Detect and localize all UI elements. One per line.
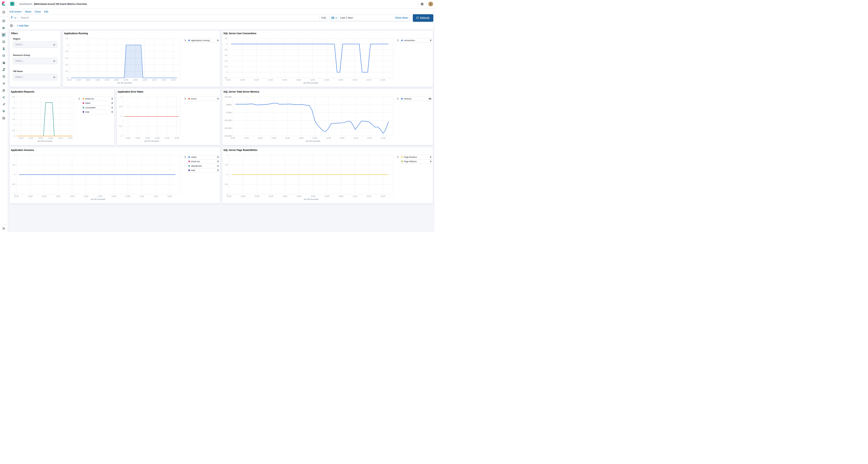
- svg-text:14:20: 14:20: [380, 195, 385, 197]
- svg-text:13:25: 13:25: [227, 195, 231, 197]
- svg-text:13:40: 13:40: [269, 195, 273, 197]
- svg-text:per 60 seconds: per 60 seconds: [304, 198, 318, 200]
- svg-text:-1: -1: [226, 193, 228, 195]
- svg-text:14:15: 14:15: [367, 195, 371, 197]
- svg-text:14:10: 14:10: [352, 195, 357, 197]
- svg-text:13:50: 13:50: [297, 195, 301, 197]
- svg-text:14:00: 14:00: [324, 195, 329, 197]
- svg-text:1: 1: [227, 154, 228, 156]
- svg-text:13:45: 13:45: [283, 195, 287, 197]
- svg-text:0.5: 0.5: [225, 164, 228, 166]
- svg-text:13:35: 13:35: [255, 195, 259, 197]
- svg-text:13:30: 13:30: [241, 195, 245, 197]
- svg-text:14:05: 14:05: [339, 195, 343, 197]
- svg-text:0: 0: [227, 174, 228, 176]
- svg-text:-0.5: -0.5: [225, 183, 228, 185]
- svg-text:13:55: 13:55: [311, 195, 315, 197]
